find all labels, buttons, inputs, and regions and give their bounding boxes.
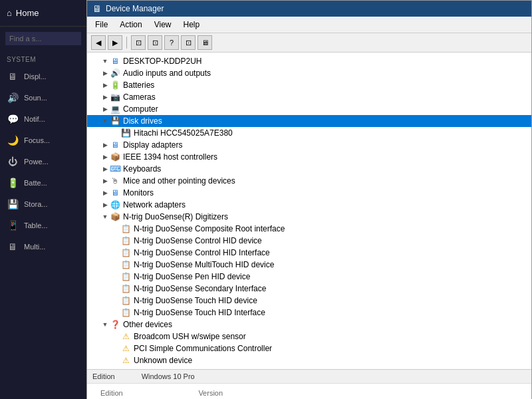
sidebar-item-notif-label: Notif...	[24, 115, 45, 123]
windows-info-bar: Edition Windows 10 Pro Version	[87, 383, 531, 399]
tree-item-keyboards[interactable]: ▶⌨Keyboards	[87, 163, 531, 175]
sidebar-item-multi-label: Multi...	[24, 243, 45, 251]
tree-item-ntrig5[interactable]: 📋N-trig DuoSense Pen HID device	[87, 271, 531, 283]
tree-item-batteries[interactable]: ▶🔋Batteries	[87, 79, 531, 91]
sidebar-search-container	[0, 27, 86, 51]
tree-item-pci[interactable]: ⚠PCI Simple Communications Controller	[87, 342, 531, 354]
tree-item-broadcom[interactable]: ⚠Broadcom USH w/swipe sensor	[87, 331, 531, 342]
tree-icon-broadcom: ⚠	[120, 331, 131, 342]
toolbar-btn-2[interactable]: ⊡	[148, 35, 162, 50]
tree-item-hitachi[interactable]: 💾Hitachi HCC545025A7E380	[87, 127, 531, 139]
menu-file[interactable]: File	[90, 18, 113, 31]
tree-expand-monitors[interactable]: ▶	[100, 188, 110, 198]
sidebar-item-storage[interactable]: 💾 Stora...	[0, 194, 86, 215]
sidebar-item-tablet[interactable]: 📱 Table...	[0, 215, 86, 236]
dm-title-text: Device Manager	[106, 4, 164, 13]
sidebar-item-notif[interactable]: 💬 Notif...	[0, 108, 86, 130]
tree-item-computer[interactable]: ▶💻Computer	[87, 103, 531, 115]
tree-expand-pci[interactable]	[111, 344, 120, 353]
tree-expand-audio[interactable]: ▶	[100, 68, 110, 78]
tree-item-ntrig8[interactable]: 📋N-trig DuoSense Touch HID Interface	[87, 307, 531, 319]
tree-expand-cameras[interactable]: ▶	[100, 92, 110, 102]
tree-expand-ntrig4[interactable]	[111, 260, 120, 269]
tree-icon-ntrig5: 📋	[120, 271, 131, 282]
tree-expand-ntrig3[interactable]	[111, 248, 120, 257]
tree-root-label: DESKTOP-KDDP2UH	[123, 57, 529, 66]
tree-item-ntrig7[interactable]: 📋N-trig DuoSense Touch HID device	[87, 295, 531, 307]
menu-action[interactable]: Action	[114, 18, 147, 31]
focus-icon: 🌙	[7, 135, 19, 146]
tree-expand-ntrig6[interactable]	[111, 284, 120, 293]
tree-expand-ntrig7[interactable]	[111, 296, 120, 305]
tree-expand-unknown[interactable]	[111, 356, 120, 365]
tree-expand-disk[interactable]: ▼	[100, 116, 110, 126]
tree-item-other[interactable]: ▼❓Other devices	[87, 319, 531, 331]
tree-expand-display[interactable]: ▶	[100, 140, 110, 150]
sidebar-item-focus[interactable]: 🌙 Focus...	[0, 130, 86, 151]
tree-icon-ntrig8: 📋	[120, 307, 131, 318]
tree-expand-hitachi[interactable]	[111, 128, 120, 138]
sidebar-home[interactable]: ⌂ Home	[0, 0, 86, 27]
sidebar-item-multi[interactable]: 🖥 Multi...	[0, 236, 86, 257]
tree-label-ntrig7: N-trig DuoSense Touch HID device	[134, 296, 529, 305]
sidebar-home-label: Home	[16, 8, 39, 18]
tree-expand-ntrig8[interactable]	[111, 308, 120, 317]
notif-icon: 💬	[7, 114, 19, 124]
tree-item-cameras[interactable]: ▶📷Cameras	[87, 91, 531, 103]
toolbar-fwd-btn[interactable]: ▶	[108, 35, 122, 50]
sidebar-search-input[interactable]	[5, 32, 81, 45]
tree-item-disk[interactable]: ▼💾Disk drives	[87, 115, 531, 127]
tree-expand-broadcom[interactable]	[111, 332, 120, 341]
tree-icon-ntrig7: 📋	[120, 295, 131, 306]
tree-expand-ntrig[interactable]: ▼	[100, 212, 110, 221]
tree-icon-hitachi: 💾	[120, 128, 131, 138]
tree-label-broadcom: Broadcom USH w/swipe sensor	[134, 332, 529, 341]
tree-icon-ntrig4: 📋	[120, 259, 131, 270]
tree-label-ntrig5: N-trig DuoSense Pen HID device	[134, 272, 529, 281]
tree-expand-ntrig1[interactable]	[111, 224, 120, 233]
tree-icon-batteries: 🔋	[110, 80, 120, 90]
toolbar-btn-monitor[interactable]: 🖥	[198, 35, 212, 50]
sidebar-item-battery-label: Batte...	[24, 179, 47, 187]
tree-root[interactable]: ▼ 🖥 DESKTOP-KDDP2UH	[87, 55, 531, 67]
tree-expand-other[interactable]: ▼	[100, 320, 110, 329]
sidebar-item-display[interactable]: 🖥 Displ...	[0, 66, 86, 87]
tree-item-ntrig6[interactable]: 📋N-trig DuoSense Secondary Interface	[87, 283, 531, 295]
tree-item-ntrig4[interactable]: 📋N-trig DuoSense MultiTouch HID device	[87, 259, 531, 271]
tree-expand-ntrig5[interactable]	[111, 272, 120, 281]
tree-item-ntrig1[interactable]: 📋N-trig DuoSense Composite Root interfac…	[87, 223, 531, 235]
sidebar-item-sound[interactable]: 🔊 Soun...	[0, 87, 86, 108]
tree-item-display[interactable]: ▶🖥Display adapters	[87, 139, 531, 151]
sidebar-item-storage-label: Stora...	[24, 200, 47, 208]
tree-item-ntrig2[interactable]: 📋N-trig DuoSense Control HID device	[87, 235, 531, 247]
tree-item-ieee[interactable]: ▶📦IEEE 1394 host controllers	[87, 151, 531, 163]
menu-view[interactable]: View	[149, 18, 177, 31]
toolbar-back-btn[interactable]: ◀	[91, 35, 106, 50]
toolbar-btn-help[interactable]: ?	[164, 35, 179, 50]
tree-expand-network[interactable]: ▶	[100, 200, 110, 209]
sidebar-item-focus-label: Focus...	[24, 136, 50, 144]
home-icon: ⌂	[7, 8, 12, 18]
sidebar-item-power[interactable]: ⏻ Powe...	[0, 151, 86, 172]
tree-item-ntrig[interactable]: ▼📦N-trig DuoSense(R) Digitizers	[87, 211, 531, 223]
toolbar-btn-1[interactable]: ⊡	[131, 35, 146, 50]
tree-label-ntrig4: N-trig DuoSense MultiTouch HID device	[134, 260, 529, 269]
tree-expand-computer[interactable]: ▶	[100, 104, 110, 114]
tree-label-display: Display adapters	[123, 140, 529, 150]
tree-expand-ieee[interactable]: ▶	[100, 152, 110, 162]
tree-item-unknown[interactable]: ⚠Unknown device	[87, 354, 531, 366]
sidebar-item-battery[interactable]: 🔋 Batte...	[0, 172, 86, 194]
tree-label-ntrig2: N-trig DuoSense Control HID device	[134, 236, 529, 245]
tree-expand-ntrig2[interactable]	[111, 236, 120, 245]
tree-item-mice[interactable]: ▶🖱Mice and other pointing devices	[87, 175, 531, 187]
tree-expand-keyboards[interactable]: ▶	[100, 164, 110, 174]
tree-expand-mice[interactable]: ▶	[100, 176, 110, 186]
tree-expand-batteries[interactable]: ▶	[100, 80, 110, 90]
tree-item-monitors[interactable]: ▶🖥Monitors	[87, 187, 531, 199]
tree-item-ntrig3[interactable]: 📋N-trig DuoSense Control HID Interface	[87, 247, 531, 259]
tree-item-network[interactable]: ▶🌐Network adapters	[87, 199, 531, 211]
tree-item-audio[interactable]: ▶🔊Audio inputs and outputs	[87, 67, 531, 79]
tree-root-expand[interactable]: ▼	[100, 57, 110, 66]
toolbar-btn-3[interactable]: ⊡	[181, 35, 196, 50]
menu-help[interactable]: Help	[178, 18, 205, 31]
